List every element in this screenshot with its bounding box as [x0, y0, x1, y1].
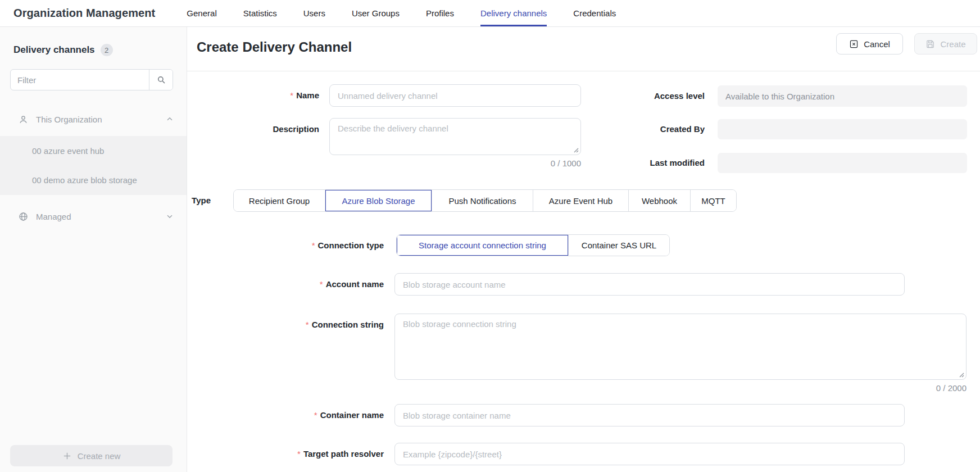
tree-group-managed[interactable]: Managed: [0, 204, 187, 229]
app-body: Delivery channels 2 This Organization: [0, 27, 980, 472]
account-name-label: *Account name: [187, 273, 384, 296]
type-segmented-group: Recipient Group Azure Blob Storage Push …: [233, 189, 737, 212]
create-new-button[interactable]: Create new: [10, 445, 173, 466]
nav-tab-delivery-channels[interactable]: Delivery channels: [480, 0, 547, 26]
person-icon: [18, 114, 29, 125]
sidebar-count-badge: 2: [101, 44, 113, 56]
connection-type-option-sas-url[interactable]: Container SAS URL: [568, 235, 669, 256]
tree-group-label: Managed: [36, 212, 71, 221]
access-level-field: Available to this Organization: [718, 85, 967, 107]
container-name-input[interactable]: [394, 404, 905, 426]
account-name-input[interactable]: [394, 273, 905, 296]
search-icon: [156, 75, 166, 85]
type-option-mqtt[interactable]: MQTT: [690, 190, 736, 211]
tree-group-this-organization[interactable]: This Organization: [0, 107, 187, 131]
nav-tab-general[interactable]: General: [187, 0, 216, 26]
create-button[interactable]: Create: [914, 33, 977, 55]
container-name-label: *Container name: [187, 404, 384, 426]
target-path-resolver-label: *Target path resolver: [187, 443, 384, 465]
description-label: Description: [187, 118, 319, 140]
close-square-icon: [849, 39, 859, 49]
top-nav: General Statistics Users User Groups Pro…: [187, 0, 616, 26]
created-by-label: Created By: [575, 119, 705, 139]
connection-string-textarea[interactable]: [394, 314, 967, 380]
type-label: Type: [187, 189, 211, 212]
nav-tab-statistics[interactable]: Statistics: [243, 0, 277, 26]
sidebar-title: Delivery channels: [13, 44, 95, 56]
type-option-push-notifications[interactable]: Push Notifications: [432, 190, 533, 211]
connection-type-label: *Connection type: [187, 234, 384, 256]
description-textarea-wrap: [329, 118, 581, 155]
description-textarea[interactable]: [329, 118, 581, 155]
last-modified-label: Last modified: [575, 153, 705, 173]
main-content: Create Delivery Channel Cancel Create *N…: [187, 27, 980, 472]
connection-string-label: *Connection string: [187, 314, 384, 336]
cancel-label: Cancel: [864, 39, 890, 49]
connection-string-textarea-wrap: [394, 314, 967, 380]
type-option-webhook[interactable]: Webhook: [628, 190, 690, 211]
tree-group-label: This Organization: [36, 115, 102, 124]
top-bar: Organization Management General Statisti…: [0, 0, 980, 27]
type-option-azure-blob-storage[interactable]: Azure Blob Storage: [325, 190, 432, 211]
tree-item-azure-event-hub[interactable]: 00 azure event hub: [0, 136, 187, 165]
sidebar: Delivery channels 2 This Organization: [0, 27, 187, 472]
filter-search-button[interactable]: [149, 70, 173, 90]
app-title: Organization Management: [13, 7, 155, 20]
connection-type-option-connection-string[interactable]: Storage account connection string: [397, 235, 568, 256]
create-label: Create: [940, 39, 965, 49]
tree-children: 00 azure event hub 00 demo azure blob st…: [0, 136, 187, 195]
filter-box: [10, 69, 173, 90]
nav-tab-profiles[interactable]: Profiles: [426, 0, 454, 26]
access-level-label: Access level: [575, 85, 705, 107]
save-icon: [925, 39, 935, 49]
last-modified-field: [718, 153, 967, 173]
tree-item-demo-azure-blob-storage[interactable]: 00 demo azure blob storage: [0, 165, 187, 194]
target-path-resolver-input[interactable]: [394, 443, 905, 465]
name-label: *Name: [187, 84, 319, 107]
header-divider: [187, 71, 980, 71]
created-by-field: [718, 119, 967, 139]
nav-tab-credentials[interactable]: Credentials: [573, 0, 616, 26]
name-input[interactable]: [329, 84, 581, 107]
page-title: Create Delivery Channel: [197, 39, 352, 55]
chevron-down-icon: [165, 212, 174, 221]
description-counter: 0 / 1000: [329, 158, 581, 168]
connection-type-segmented-group: Storage account connection string Contai…: [396, 234, 670, 256]
cancel-button[interactable]: Cancel: [836, 33, 903, 55]
chevron-up-icon: [165, 115, 174, 124]
globe-icon: [18, 211, 29, 222]
filter-input[interactable]: [11, 70, 149, 90]
connection-string-counter: 0 / 2000: [394, 383, 967, 393]
type-option-recipient-group[interactable]: Recipient Group: [234, 190, 325, 211]
sidebar-header: Delivery channels 2: [13, 44, 113, 56]
type-option-azure-event-hub[interactable]: Azure Event Hub: [533, 190, 628, 211]
create-new-label: Create new: [78, 451, 121, 461]
nav-tab-user-groups[interactable]: User Groups: [352, 0, 400, 26]
nav-tab-users[interactable]: Users: [303, 0, 325, 26]
screen: Organization Management General Statisti…: [0, 0, 980, 472]
plus-icon: [62, 451, 72, 461]
